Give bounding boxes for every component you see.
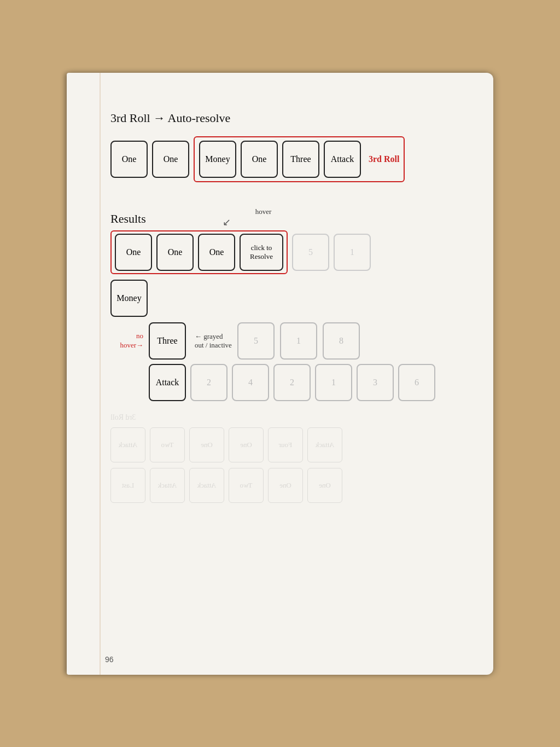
die-5[interactable]: Three [282,141,319,178]
die-1[interactable]: One [110,141,148,178]
faint-die-4: One [229,427,264,462]
no-hover-label: nohover→ [110,332,143,350]
result-faint-4d: 1 [315,364,352,401]
result-faint-4f: 6 [398,364,435,401]
faint-die-12: One [307,468,342,503]
result-faint-3b: 1 [280,322,317,360]
click-resolve-button[interactable]: click to Resolve [240,234,283,271]
third-roll-label: 3rd Roll [369,154,399,164]
result-faint-4a: 2 [190,364,228,401]
faint-row-1: Attack Two One One Four Attack [110,427,455,462]
results-row-3-container: nohover→ Three ← grayedout / inactive 5 … [110,322,455,360]
faint-die-7: Last [110,468,145,503]
result-faint-3a: 5 [237,322,275,360]
main-heading: 3rd Roll → Auto-resolve [110,111,455,125]
top-dice-row: One One Money One Three Attack 3rd Roll [110,136,455,182]
result-faint-4c: 2 [273,364,311,401]
result-attack-die: Attack [149,364,186,401]
die-4[interactable]: One [241,141,278,178]
result-die-1[interactable]: One [115,234,152,271]
die-6[interactable]: Attack [324,141,361,178]
results-row-1: One One One click to Resolve 5 1 [110,230,455,274]
die-3[interactable]: Money [199,141,236,178]
results-heading: Results [110,212,146,226]
faint-die-10: Two [229,468,264,503]
results-row-4: Attack 2 4 2 1 3 6 [149,364,455,401]
faint-die-5: Four [268,427,303,462]
result-faint-4e: 3 [357,364,394,401]
result-die-2[interactable]: One [156,234,194,271]
notebook-page: 3rd Roll → Auto-resolve One One Money On… [67,73,493,675]
faint-die-1: Attack [110,427,145,462]
hover-annotation: hover [255,207,272,216]
faint-die-3: One [189,427,224,462]
result-die-3[interactable]: One [198,234,235,271]
result-faint-2: 1 [334,234,371,271]
result-active-group: One One One click to Resolve [110,230,288,274]
page-number: 96 [105,655,114,664]
faint-bleed-section: 3rd Roll Attack Two One One Four Attack … [110,413,455,508]
result-three-die: Three [149,322,186,360]
result-money-die[interactable]: Money [110,280,148,317]
results-row-2: Money [110,280,455,317]
faint-die-2: Two [150,427,185,462]
result-faint-3c: 8 [323,322,360,360]
die-2[interactable]: One [152,141,189,178]
faint-die-9: Attack [189,468,224,503]
red-group-box: Money One Three Attack 3rd Roll [194,136,405,182]
faint-label: 3rd Roll [110,413,455,422]
faint-die-8: Attack [150,468,185,503]
grayed-annotation: ← grayedout / inactive [195,332,232,350]
faint-die-11: One [268,468,303,503]
result-faint-1: 5 [292,234,329,271]
faint-row-2: Last Attack Attack Two One One [110,468,455,503]
faint-die-6: Attack [307,427,342,462]
result-faint-4b: 4 [232,364,269,401]
